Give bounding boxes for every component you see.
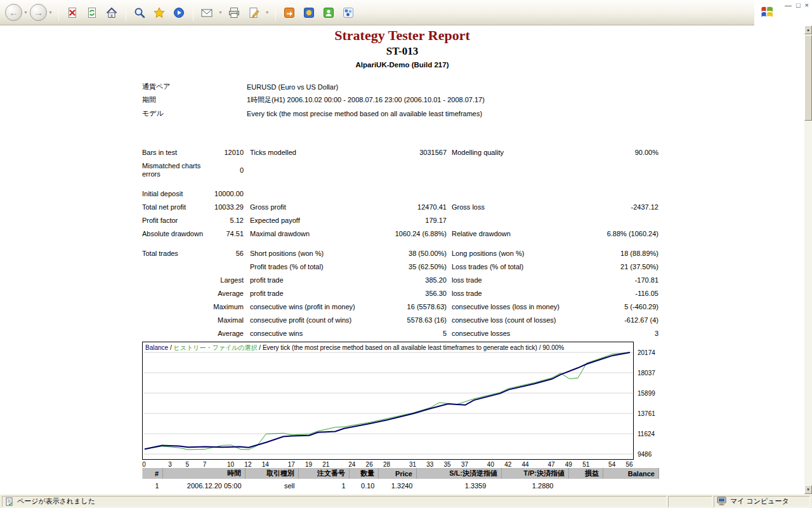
msn-messenger-icon [322, 6, 335, 19]
trades-header-row: #時間取引種別注文番号数量PriceS/L:決済逆指値T/P:決済指値損益Bal… [143, 468, 659, 479]
home-button[interactable] [102, 3, 122, 22]
stats-cell: Gross profit [244, 201, 393, 214]
trades-header-cell: 時間 [163, 468, 246, 479]
print-icon [228, 6, 240, 19]
media-button[interactable] [169, 3, 189, 22]
translate-icon [303, 6, 315, 19]
vertical-scrollbar[interactable]: ▲ ▼ [804, 25, 812, 494]
stats-cell: profit trade [244, 287, 393, 300]
info-row: 期間1時間足(H1) 2006.10.02 00:00 - 2008.07.16… [142, 93, 485, 107]
stats-row: Absolute drawdown74.51Maximal drawdown10… [142, 227, 658, 241]
window-controls: — □ × [785, 1, 809, 10]
stats-cell: Bars in test [142, 146, 208, 159]
windows-logo-icon [759, 3, 777, 21]
scroll-down-button[interactable]: ▼ [804, 485, 812, 494]
stop-button[interactable] [63, 3, 82, 22]
stats-cell: 16 (5578.63) [393, 300, 447, 314]
mail-icon [200, 6, 213, 19]
stats-cell: Modelling quality [447, 146, 598, 159]
stats-cell: 10033.29 [208, 201, 244, 214]
msn-messenger-button[interactable] [319, 3, 339, 22]
x-axis-label: 26 [366, 461, 373, 468]
stats-table: Bars in test12010Ticks modelled3031567Mo… [142, 146, 658, 340]
stats-cell: Profit factor [142, 214, 208, 227]
edit-dropdown[interactable]: ▼ [265, 10, 270, 15]
messenger-icon [283, 6, 296, 19]
stats-cell: 10000.00 [208, 181, 244, 201]
info-value: 1時間足(H1) 2006.10.02 00:00 - 2008.07.16 2… [247, 93, 485, 107]
stats-cell: 1060.24 (6.88%) [393, 227, 447, 241]
x-axis-label: 33 [426, 461, 433, 468]
stats-cell: -2437.12 [598, 201, 658, 214]
stats-cell: loss trade [447, 274, 598, 287]
x-axis-label: 5 [186, 461, 190, 468]
stats-row: Initial deposit10000.00 [142, 181, 658, 201]
stats-cell: Short positions (won %) [244, 241, 393, 260]
x-axis-label: 19 [305, 461, 312, 468]
print-button[interactable] [225, 3, 244, 22]
trades-header-cell: 取引種別 [246, 468, 299, 479]
stats-cell: consecutive loss (count of losses) [447, 314, 598, 327]
trades-table: #時間取引種別注文番号数量PriceS/L:決済逆指値T/P:決済指値損益Bal… [142, 468, 659, 492]
minimize-button[interactable]: — [785, 1, 792, 10]
favorites-button[interactable] [150, 3, 169, 22]
balance-chart: Balance / ヒストリー・ファイルの選択 / Every tick (th… [142, 342, 684, 469]
status-message-panel: ページが表示されました [2, 496, 667, 507]
restore-button[interactable]: □ [796, 1, 801, 10]
chart-legend-part: Balance [145, 344, 168, 351]
stats-cell: Maximal [208, 314, 244, 327]
x-axis-label: 17 [288, 461, 295, 468]
x-axis-label: 42 [504, 461, 511, 468]
trades-cell: 1.3359 [417, 479, 502, 492]
stats-row: Profit trades (% of total)35 (62.50%)Los… [142, 260, 658, 274]
refresh-button[interactable] [82, 3, 102, 22]
trades-table-body: 12006.12.20 05:00sell10.101.32401.33591.… [143, 479, 659, 492]
chart-legend-part: ヒストリー・ファイルの選択 [173, 344, 257, 351]
stats-cell: Profit trades (% of total) [244, 260, 393, 274]
edit-button[interactable] [244, 3, 264, 22]
search-button[interactable] [130, 3, 150, 22]
trades-cell [569, 479, 603, 492]
forward-button[interactable]: → [30, 4, 47, 21]
media-icon [173, 6, 185, 19]
y-axis-label: 13761 [638, 410, 655, 417]
back-button[interactable]: ← [5, 4, 22, 21]
messenger-button[interactable] [280, 3, 299, 22]
stats-row: Total trades56Short positions (won %)38 … [142, 241, 658, 260]
report-info-table: 通貨ペアEURUSD (Euro vs US Dollar) 期間1時間足(H1… [142, 80, 485, 120]
stats-cell [393, 181, 447, 201]
chart-y-labels: 20174180371589913761116249486 [638, 342, 682, 462]
stats-row: Maximumconsecutive wins (profit in money… [142, 300, 658, 314]
x-axis-label: 3 [168, 461, 172, 468]
mail-dropdown[interactable]: ▼ [218, 10, 223, 15]
stats-cell: 385.20 [393, 274, 447, 287]
stats-cell: Average [208, 287, 244, 300]
stats-cell: consecutive losses [447, 327, 598, 340]
stats-cell: 35 (62.50%) [393, 260, 447, 274]
forward-dropdown[interactable]: ▼ [48, 10, 53, 15]
scroll-up-button[interactable]: ▲ [804, 25, 812, 34]
mail-button[interactable] [197, 3, 217, 22]
back-dropdown[interactable]: ▼ [23, 10, 28, 15]
scrollbar-thumb[interactable] [804, 35, 812, 121]
stats-row: Averageconsecutive wins5consecutive loss… [142, 327, 658, 340]
stats-cell [244, 159, 393, 181]
stats-cell: loss trade [447, 287, 598, 300]
trades-cell: 2006.12.20 05:00 [163, 479, 246, 492]
stats-cell: Largest [208, 274, 244, 287]
x-axis-label: 35 [444, 461, 451, 468]
stats-cell: -170.81 [598, 274, 658, 287]
x-axis-label: 56 [625, 461, 632, 468]
my-computer-icon [717, 497, 727, 506]
stats-cell: 5578.63 (16) [393, 314, 447, 327]
close-button[interactable]: × [805, 1, 809, 10]
report-page: Strategy Tester Report ST-013 AlpariUK-D… [0, 25, 804, 494]
translate-button[interactable] [299, 3, 319, 22]
stats-cell: 56 [208, 241, 244, 260]
research-button[interactable] [339, 3, 358, 22]
stats-cell: 356.30 [393, 287, 447, 300]
stats-cell [598, 181, 658, 201]
back-arrow-icon: ← [9, 7, 18, 18]
chart-legend-part: / Every tick (the most precise method ba… [258, 344, 565, 351]
x-axis-label: 37 [461, 461, 468, 468]
